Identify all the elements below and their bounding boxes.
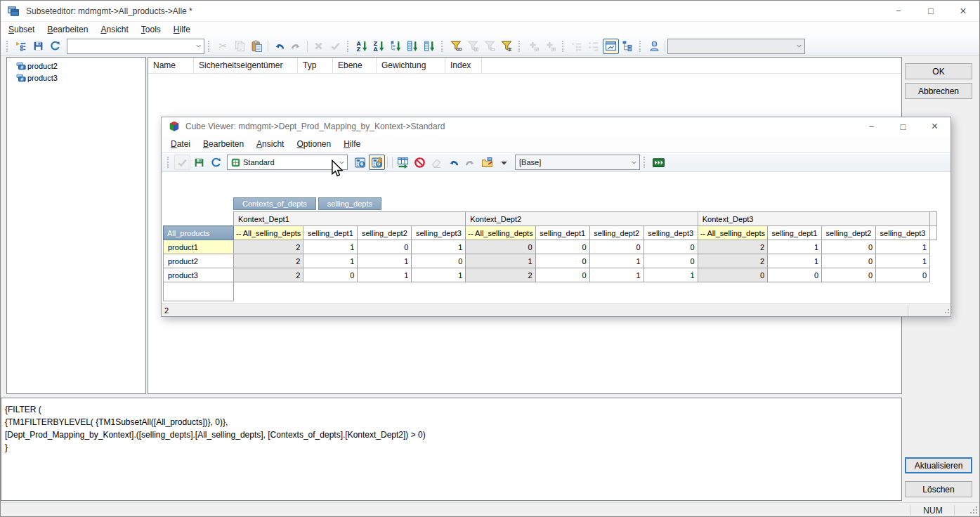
row-header[interactable]: product3: [164, 268, 234, 282]
column-header[interactable]: selling_dept3: [412, 226, 466, 240]
data-cell[interactable]: 0: [698, 268, 767, 282]
data-cell[interactable]: 0: [643, 240, 698, 254]
data-cell[interactable]: 0: [643, 254, 698, 268]
data-cell[interactable]: 0: [466, 240, 535, 254]
expression-editor[interactable]: {FILTER ({TM1FILTERBYLEVEL( {TM1SubsetAl…: [1, 398, 902, 501]
data-cell[interactable]: 1: [412, 268, 466, 282]
user-icon[interactable]: [646, 39, 662, 54]
undo-icon[interactable]: [271, 39, 287, 54]
sort-index-descending-icon[interactable]: [422, 39, 438, 54]
view-selector-combo[interactable]: Standard: [227, 155, 348, 170]
sort-descending-icon[interactable]: ZA: [371, 39, 387, 54]
sort-hierarchy-icon[interactable]: [388, 39, 404, 54]
resize-grip[interactable]: [970, 512, 972, 513]
chevron-down-icon[interactable]: [628, 159, 639, 166]
data-cell[interactable]: 2: [234, 268, 303, 282]
data-cell[interactable]: 1: [358, 254, 412, 268]
ok-button[interactable]: OK: [905, 63, 972, 79]
data-cell[interactable]: 1: [412, 240, 466, 254]
data-cell[interactable]: 0: [535, 240, 589, 254]
recalculate-icon[interactable]: [352, 155, 368, 170]
reload-view-icon[interactable]: [208, 155, 224, 170]
row-dimension-button[interactable]: All_products: [164, 226, 234, 240]
close-button[interactable]: ×: [947, 1, 979, 21]
refresh-button[interactable]: Aktualisieren: [905, 457, 972, 473]
list-column-name[interactable]: Name: [148, 58, 194, 73]
data-cell[interactable]: 0: [822, 240, 876, 254]
data-cell[interactable]: 0: [535, 268, 589, 282]
data-cell[interactable]: 0: [303, 268, 358, 282]
column-group-header[interactable]: Kontext_Dept1: [234, 212, 466, 226]
column-header[interactable]: selling_dept1: [535, 226, 589, 240]
data-cell[interactable]: 0: [412, 254, 466, 268]
slice-to-sheet-icon[interactable]: [395, 155, 411, 170]
column-group-header[interactable]: Kontext_Dept3: [698, 212, 929, 226]
close-button[interactable]: ×: [919, 117, 950, 136]
maximize-button[interactable]: □: [915, 1, 947, 21]
column-header[interactable]: selling_dept1: [768, 226, 822, 240]
expand-columns-icon[interactable]: [651, 155, 667, 170]
list-column-typ[interactable]: Typ: [298, 58, 333, 73]
chevron-down-icon[interactable]: [192, 42, 204, 50]
list-column-ebene[interactable]: Ebene: [333, 58, 377, 73]
list-column-gewichtung[interactable]: Gewichtung: [377, 58, 445, 73]
data-cell[interactable]: 1: [303, 254, 358, 268]
column-header[interactable]: selling_dept2: [358, 226, 412, 240]
export-icon[interactable]: [479, 155, 495, 170]
tree-hierarchy-icon[interactable]: [620, 39, 636, 54]
dimension-tab-selling_depts[interactable]: selling_depts: [318, 197, 381, 210]
data-cell[interactable]: 0: [822, 254, 876, 268]
column-header[interactable]: selling_dept2: [822, 226, 876, 240]
filter-subset-icon[interactable]: [448, 39, 464, 54]
suppress-zeroes-icon[interactable]: [412, 155, 428, 170]
menu-item-tools[interactable]: Tools: [135, 22, 167, 37]
minimize-button[interactable]: −: [856, 117, 887, 136]
menu-item-optionen[interactable]: Optionen: [290, 137, 337, 151]
base-selector-combo[interactable]: [Base]: [515, 155, 640, 170]
element-search-combo[interactable]: [67, 39, 204, 54]
data-cell[interactable]: 0: [822, 268, 876, 282]
save-view-icon[interactable]: [191, 155, 207, 170]
column-header[interactable]: -- All_selling_depts: [466, 226, 535, 240]
data-cell[interactable]: 0: [535, 254, 589, 268]
data-cell[interactable]: 1: [876, 254, 930, 268]
minimize-button[interactable]: −: [882, 1, 915, 21]
delete-button[interactable]: Löschen: [905, 481, 972, 497]
data-cell[interactable]: 2: [466, 268, 535, 282]
tree-item[interactable]: #product2: [7, 60, 145, 72]
menu-item-hilfe[interactable]: Hilfe: [167, 22, 197, 37]
properties-window-icon[interactable]: [603, 39, 619, 54]
data-cell[interactable]: 1: [589, 268, 643, 282]
data-cell[interactable]: 1: [643, 268, 698, 282]
save-subset-icon[interactable]: [30, 39, 46, 54]
sort-index-ascending-icon[interactable]: [405, 39, 421, 54]
undo-icon[interactable]: [445, 155, 462, 170]
data-cell[interactable]: 0: [768, 268, 822, 282]
menu-item-hilfe[interactable]: Hilfe: [337, 137, 367, 151]
resize-grip[interactable]: [945, 312, 946, 313]
filter-wildcard-icon[interactable]: [499, 39, 515, 54]
data-cell[interactable]: 1: [589, 254, 643, 268]
data-cell[interactable]: 2: [234, 254, 303, 268]
auto-recalculate-icon[interactable]: [369, 155, 385, 170]
column-header[interactable]: selling_dept3: [876, 226, 930, 240]
subset-definition-icon[interactable]: [13, 39, 30, 54]
subset-elements-tree[interactable]: #product2#product3: [6, 57, 146, 394]
sort-ascending-icon[interactable]: AZ: [354, 39, 370, 54]
dimension-tab-contexts_of_depts[interactable]: Contexts_of_depts: [233, 197, 316, 210]
data-cell[interactable]: 1: [876, 240, 930, 254]
data-cell[interactable]: 0: [876, 268, 930, 282]
menu-item-bearbeiten[interactable]: Bearbeiten: [41, 22, 94, 37]
list-column-index[interactable]: Index: [445, 58, 482, 73]
paste-icon[interactable]: [249, 39, 265, 54]
tree-item[interactable]: #product3: [7, 72, 145, 84]
column-header[interactable]: selling_dept2: [589, 226, 643, 240]
reload-subset-icon[interactable]: [47, 39, 63, 54]
column-header[interactable]: -- All_selling_depts: [698, 226, 767, 240]
column-header[interactable]: selling_dept1: [303, 226, 358, 240]
data-cell[interactable]: 1: [768, 240, 822, 254]
list-column-sicherheitseigentümer[interactable]: Sicherheitseigentümer: [194, 58, 298, 73]
data-cell[interactable]: 1: [768, 254, 822, 268]
maximize-button[interactable]: □: [887, 117, 919, 136]
menu-item-bearbeiten[interactable]: Bearbeiten: [197, 137, 250, 151]
